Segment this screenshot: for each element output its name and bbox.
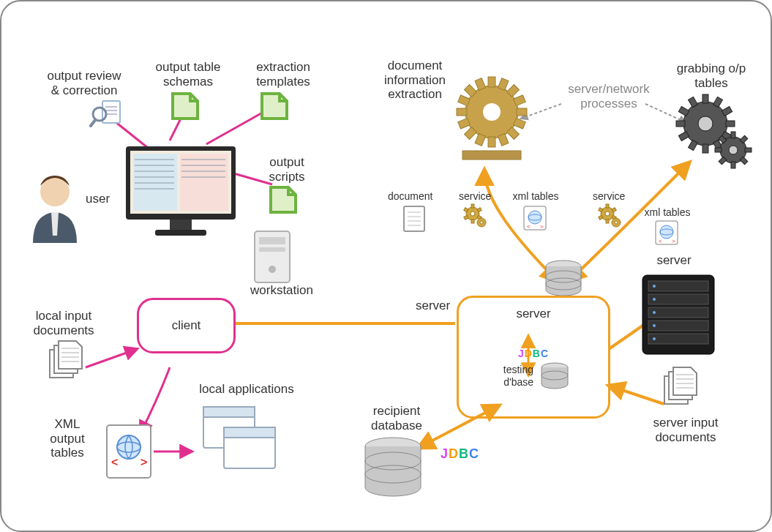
label-output-scripts: outputscripts [258,155,316,184]
svg-rect-48 [224,427,275,438]
svg-rect-98 [471,204,474,208]
svg-point-91 [729,146,738,154]
svg-rect-34 [259,247,285,252]
svg-rect-135 [648,307,708,318]
svg-point-108 [528,211,541,224]
svg-rect-57 [513,118,525,129]
label-recipient-database: recipientdatabase [360,404,433,432]
svg-point-140 [653,311,656,314]
svg-rect-67 [462,151,521,160]
tower-icon [250,228,294,287]
green-doc-icon-1 [168,89,202,123]
label-user: user [86,192,110,206]
svg-rect-33 [259,237,285,244]
svg-text:>: > [540,223,544,230]
label-workstation: workstation [250,283,313,298]
green-doc-icon-3 [266,183,300,217]
svg-rect-18 [133,154,177,211]
svg-point-141 [653,324,656,327]
label-testing-dbase: testingd'base [497,364,533,387]
label-jdbc-inner: JDBC [518,348,549,359]
doc-stack-icon-1 [45,340,89,386]
svg-rect-137 [648,334,708,344]
svg-line-2 [206,111,265,144]
svg-rect-65 [498,133,509,146]
svg-rect-113 [606,204,609,208]
service-gear-icon-2 [597,203,623,230]
svg-rect-117 [599,215,603,220]
svg-rect-101 [471,220,474,223]
svg-rect-52 [457,108,467,116]
svg-text:<: < [659,238,662,244]
svg-rect-30 [170,220,192,230]
svg-point-123 [660,225,673,239]
svg-rect-83 [731,132,735,138]
doc-sheet-icon [402,205,427,234]
db-top-icon [543,259,584,299]
xml-globe-icon-1: <> [522,205,549,233]
label-grabbing-op-tables: grabbing o/ptables [667,61,755,90]
label-server-inner: server [516,307,550,321]
svg-rect-114 [612,208,616,212]
monitor-icon [119,141,243,243]
db-testing-icon [539,362,570,390]
db-recipient-icon [360,436,426,499]
svg-rect-19 [180,154,228,211]
svg-rect-136 [648,321,708,331]
xml-file-icon: < > [102,422,155,481]
svg-rect-103 [464,208,468,212]
label-document: document [388,190,432,202]
svg-rect-56 [458,95,471,106]
svg-point-41 [117,435,140,459]
svg-point-66 [483,103,501,121]
client-box: client [137,298,236,353]
label-xml-tables-1: xml tables [506,190,565,202]
svg-rect-64 [475,78,486,91]
label-extraction-templates: extractiontemplates [243,60,323,89]
magnifier-doc-icon [89,97,124,129]
svg-text:>: > [672,238,675,244]
xml-globe-icon-2: <> [654,220,681,247]
label-server-right: server [648,253,700,268]
svg-rect-70 [702,144,708,153]
label-client: client [172,318,201,333]
svg-point-104 [471,211,475,216]
svg-rect-53 [517,108,527,116]
svg-rect-99 [477,208,481,212]
svg-point-139 [653,298,656,301]
label-server-left: server [416,299,450,313]
label-jdbc-outer: JDBC [441,446,479,462]
svg-rect-54 [498,78,509,91]
svg-line-14 [91,120,95,126]
label-service-1: service [459,190,491,202]
green-doc-icon-2 [258,89,291,123]
doc-stack-icon-2 [660,366,704,413]
label-server-input-documents: server inputdocuments [638,416,733,444]
label-xml-tables-2: xml tables [638,206,697,218]
svg-rect-84 [731,162,735,168]
svg-rect-92 [404,206,424,231]
label-output-table-schemas: output tableschemas [148,60,228,89]
svg-rect-134 [648,294,708,304]
svg-point-121 [615,221,618,224]
svg-point-119 [605,211,610,216]
label-server-network-processes: server/networkprocesses [558,82,660,110]
svg-rect-55 [475,133,486,146]
svg-point-142 [653,337,656,340]
svg-rect-133 [648,281,708,291]
gold-gear-icon [448,72,536,167]
svg-rect-86 [745,148,752,152]
dark-gears-icon [675,93,755,173]
user-icon [22,170,88,250]
svg-rect-116 [606,220,609,223]
svg-point-35 [269,266,276,273]
svg-rect-71 [676,121,685,127]
svg-rect-118 [599,208,603,212]
diagram-frame: output review& correction output tablesc… [0,0,772,532]
svg-rect-85 [715,148,722,152]
svg-rect-72 [726,121,735,127]
svg-text:<: < [527,223,531,230]
label-output-review: output review& correction [29,69,139,97]
svg-text:<: < [111,456,118,468]
svg-point-138 [653,285,656,288]
